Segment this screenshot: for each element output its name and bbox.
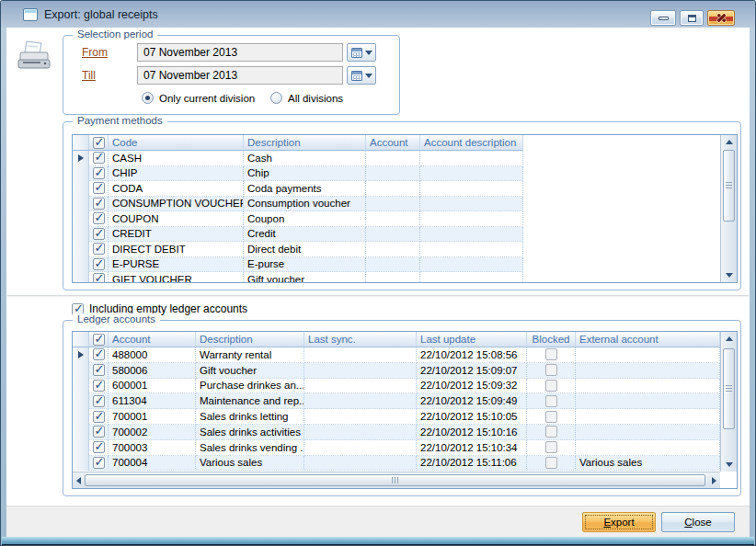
blocked[interactable]: [527, 347, 576, 363]
row-select[interactable]: [89, 440, 109, 456]
column-header-account[interactable]: Account: [366, 135, 420, 151]
blocked[interactable]: [527, 440, 576, 456]
cell-external-account[interactable]: [576, 347, 720, 363]
row-select[interactable]: [89, 456, 109, 472]
close-button[interactable]: [707, 10, 735, 26]
blocked[interactable]: [527, 379, 576, 394]
cell-last-update[interactable]: 22/10/2012 15:09:49: [417, 393, 527, 409]
export-button[interactable]: Export: [582, 512, 656, 532]
table-row[interactable]: COUPONCoupon: [73, 211, 720, 227]
cell-account[interactable]: [366, 272, 420, 282]
cell-account-description[interactable]: [420, 242, 523, 257]
row-select-checkbox[interactable]: [93, 411, 105, 423]
cell-description[interactable]: E-purse: [244, 257, 366, 273]
blocked[interactable]: [527, 456, 576, 472]
table-row[interactable]: E-PURSEE-purse: [73, 257, 720, 273]
row-select-checkbox[interactable]: [93, 212, 105, 224]
cell-account-description[interactable]: [420, 211, 523, 227]
row-select[interactable]: [89, 393, 109, 409]
cell-code[interactable]: CREDIT: [109, 227, 244, 243]
cell-last-update[interactable]: 22/10/2012 15:10:34: [417, 440, 527, 456]
cell-account[interactable]: [366, 227, 420, 243]
cell-last-update[interactable]: 22/10/2012 15:09:32: [417, 379, 527, 394]
row-select-checkbox[interactable]: [93, 167, 105, 179]
blocked[interactable]: [527, 425, 576, 440]
row-select-checkbox[interactable]: [93, 228, 105, 240]
row-select[interactable]: [89, 197, 109, 212]
cell-last-update[interactable]: 22/10/2012 15:10:16: [417, 425, 527, 440]
cell-account[interactable]: 611304: [109, 393, 196, 409]
cell-description[interactable]: Sales drinks letting: [196, 409, 304, 425]
cell-last-update[interactable]: 22/10/2012 15:08:56: [417, 347, 527, 363]
cell-account[interactable]: 488000: [109, 347, 196, 363]
cell-last-sync[interactable]: [304, 379, 417, 394]
column-header-blocked[interactable]: Blocked: [527, 332, 576, 347]
cell-code[interactable]: CHIP: [109, 166, 244, 182]
blocked[interactable]: [527, 409, 576, 425]
blocked[interactable]: [527, 393, 576, 409]
table-row[interactable]: DIRECT DEBITDirect debit: [73, 242, 720, 257]
cell-account[interactable]: 700003: [109, 440, 196, 456]
from-calendar-button[interactable]: [347, 43, 376, 62]
row-select-checkbox[interactable]: [93, 364, 105, 376]
cell-description[interactable]: Chip: [244, 166, 366, 182]
cell-account[interactable]: 700001: [109, 409, 196, 425]
cell-account[interactable]: [366, 197, 420, 212]
row-select[interactable]: [89, 409, 109, 425]
cell-last-sync[interactable]: [304, 440, 417, 456]
cell-last-update[interactable]: 22/10/2012 15:11:06: [417, 456, 527, 472]
till-date-input[interactable]: 07 November 2013: [137, 66, 343, 85]
cell-last-sync[interactable]: [304, 347, 417, 363]
cell-account-description[interactable]: [420, 257, 523, 273]
row-select[interactable]: [89, 379, 109, 394]
cell-code[interactable]: GIFT VOUCHER: [109, 272, 244, 282]
radio-all-divisions[interactable]: All divisions: [270, 92, 343, 104]
cell-code[interactable]: CASH: [109, 151, 244, 166]
table-row[interactable]: CODACoda payments: [73, 181, 720, 197]
till-calendar-button[interactable]: [347, 66, 376, 85]
blocked-checkbox[interactable]: [545, 380, 557, 392]
cell-account-description[interactable]: [420, 151, 523, 166]
from-date-input[interactable]: 07 November 2013: [137, 43, 343, 62]
row-select[interactable]: [89, 227, 109, 243]
cell-account[interactable]: [366, 151, 420, 166]
cell-description[interactable]: Coupon: [244, 211, 366, 227]
cell-description[interactable]: Gift voucher: [244, 272, 366, 282]
from-link-label[interactable]: From: [82, 46, 108, 59]
row-select[interactable]: [89, 242, 109, 257]
table-row[interactable]: 611304Maintenance and rep...22/10/2012 1…: [73, 393, 720, 409]
blocked-checkbox[interactable]: [545, 411, 557, 423]
horizontal-scrollbar[interactable]: [73, 472, 720, 488]
table-row[interactable]: CREDITCredit: [73, 227, 720, 243]
vertical-scrollbar[interactable]: [720, 135, 737, 282]
row-select[interactable]: [89, 257, 109, 273]
scroll-down-icon[interactable]: [726, 462, 733, 467]
row-select-checkbox[interactable]: [93, 243, 105, 255]
cell-account[interactable]: 700004: [109, 456, 196, 472]
blocked-checkbox[interactable]: [545, 426, 557, 438]
row-select[interactable]: [89, 151, 109, 166]
cell-last-sync[interactable]: [304, 425, 417, 440]
cell-description[interactable]: Sales drinks vending ...: [196, 440, 304, 456]
cell-description[interactable]: Gift voucher: [196, 363, 304, 379]
cell-account[interactable]: [366, 242, 420, 257]
radio-icon[interactable]: [270, 92, 282, 104]
minimize-button[interactable]: [650, 10, 676, 26]
radio-icon[interactable]: [142, 92, 154, 104]
row-select-checkbox[interactable]: [93, 457, 105, 469]
row-select[interactable]: [89, 363, 109, 379]
row-select[interactable]: [89, 181, 109, 197]
column-header-account[interactable]: Account: [109, 332, 196, 347]
column-header-last-sync[interactable]: Last sync.: [304, 332, 417, 347]
table-row[interactable]: 700003Sales drinks vending ...22/10/2012…: [73, 440, 720, 456]
row-select-checkbox[interactable]: [93, 258, 105, 270]
column-header-code[interactable]: Code: [109, 135, 244, 151]
cell-description[interactable]: Coda payments: [244, 181, 366, 197]
table-row[interactable]: 700001Sales drinks letting22/10/2012 15:…: [73, 409, 720, 425]
cell-account[interactable]: 600001: [109, 379, 196, 394]
cell-last-update[interactable]: 22/10/2012 15:09:07: [417, 363, 527, 379]
cell-description[interactable]: Consumption voucher: [244, 197, 366, 212]
column-header-description[interactable]: Description: [244, 135, 366, 151]
vertical-scrollbar[interactable]: [720, 332, 737, 472]
cell-description[interactable]: Maintenance and rep...: [196, 393, 304, 409]
